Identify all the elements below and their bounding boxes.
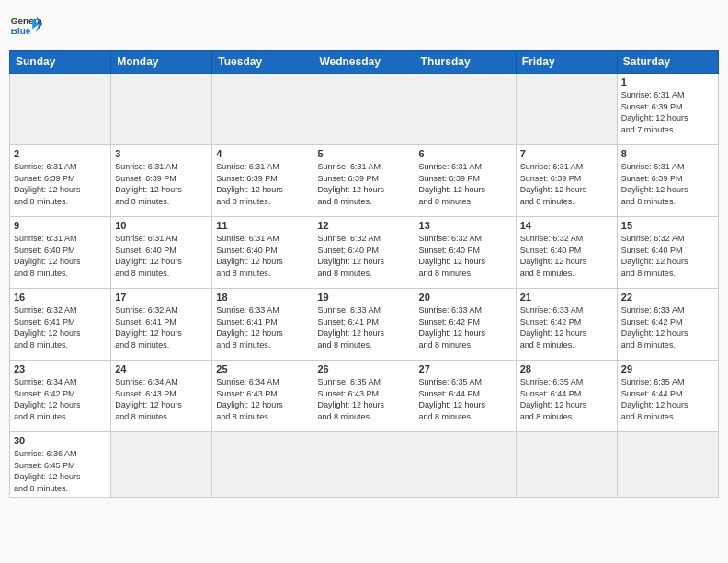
calendar-cell — [111, 74, 212, 145]
calendar-cell — [10, 74, 111, 145]
day-info: Sunrise: 6:33 AMSunset: 6:42 PMDaylight:… — [419, 304, 512, 350]
calendar-cell: 22Sunrise: 6:33 AMSunset: 6:42 PMDayligh… — [617, 289, 718, 361]
day-number: 26 — [317, 363, 410, 374]
calendar-cell: 1Sunrise: 6:31 AMSunset: 6:39 PMDaylight… — [617, 74, 718, 145]
day-number: 18 — [216, 292, 309, 303]
day-info: Sunrise: 6:32 AMSunset: 6:40 PMDaylight:… — [621, 233, 714, 279]
day-number: 16 — [14, 292, 107, 303]
day-info: Sunrise: 6:31 AMSunset: 6:40 PMDaylight:… — [14, 233, 107, 279]
calendar-cell — [617, 432, 718, 498]
weekday-header-wednesday: Wednesday — [313, 51, 415, 74]
weekday-header-monday: Monday — [111, 51, 212, 74]
day-info: Sunrise: 6:34 AMSunset: 6:43 PMDaylight:… — [216, 376, 309, 422]
day-info: Sunrise: 6:31 AMSunset: 6:40 PMDaylight:… — [216, 233, 309, 279]
day-number: 8 — [621, 148, 714, 159]
calendar-cell: 18Sunrise: 6:33 AMSunset: 6:41 PMDayligh… — [212, 289, 313, 361]
calendar-page: General Blue SundayMondayTuesdayWednesda… — [0, 0, 728, 563]
calendar-cell: 14Sunrise: 6:32 AMSunset: 6:40 PMDayligh… — [516, 217, 617, 289]
logo-icon: General Blue — [9, 9, 42, 42]
logo: General Blue — [9, 9, 42, 42]
day-info: Sunrise: 6:31 AMSunset: 6:39 PMDaylight:… — [317, 161, 410, 207]
day-number: 14 — [520, 220, 613, 231]
day-info: Sunrise: 6:33 AMSunset: 6:41 PMDaylight:… — [216, 304, 309, 350]
day-info: Sunrise: 6:35 AMSunset: 6:44 PMDaylight:… — [520, 376, 613, 422]
day-info: Sunrise: 6:32 AMSunset: 6:40 PMDaylight:… — [520, 233, 613, 279]
calendar-cell: 7Sunrise: 6:31 AMSunset: 6:39 PMDaylight… — [516, 145, 617, 217]
calendar-cell: 5Sunrise: 6:31 AMSunset: 6:39 PMDaylight… — [313, 145, 415, 217]
calendar-cell: 21Sunrise: 6:33 AMSunset: 6:42 PMDayligh… — [516, 289, 617, 361]
day-number: 1 — [621, 76, 714, 87]
calendar-cell: 28Sunrise: 6:35 AMSunset: 6:44 PMDayligh… — [516, 361, 617, 432]
header: General Blue — [9, 9, 719, 42]
week-row-1: 1Sunrise: 6:31 AMSunset: 6:39 PMDaylight… — [10, 74, 719, 145]
calendar-cell: 13Sunrise: 6:32 AMSunset: 6:40 PMDayligh… — [415, 217, 516, 289]
day-number: 9 — [14, 220, 107, 231]
weekday-header-friday: Friday — [516, 51, 617, 74]
calendar-cell: 2Sunrise: 6:31 AMSunset: 6:39 PMDaylight… — [10, 145, 111, 217]
day-info: Sunrise: 6:35 AMSunset: 6:44 PMDaylight:… — [621, 376, 714, 422]
calendar-cell: 24Sunrise: 6:34 AMSunset: 6:43 PMDayligh… — [111, 361, 212, 432]
calendar-cell — [212, 74, 313, 145]
calendar-cell — [415, 432, 516, 498]
calendar-cell: 6Sunrise: 6:31 AMSunset: 6:39 PMDaylight… — [415, 145, 516, 217]
calendar-cell: 9Sunrise: 6:31 AMSunset: 6:40 PMDaylight… — [10, 217, 111, 289]
calendar-cell — [313, 432, 415, 498]
calendar-cell: 20Sunrise: 6:33 AMSunset: 6:42 PMDayligh… — [415, 289, 516, 361]
calendar-cell: 30Sunrise: 6:36 AMSunset: 6:45 PMDayligh… — [10, 432, 111, 498]
day-info: Sunrise: 6:31 AMSunset: 6:39 PMDaylight:… — [520, 161, 613, 207]
calendar-cell — [212, 432, 313, 498]
day-number: 13 — [419, 220, 512, 231]
day-number: 23 — [14, 363, 107, 374]
calendar-cell: 8Sunrise: 6:31 AMSunset: 6:39 PMDaylight… — [617, 145, 718, 217]
week-row-6: 30Sunrise: 6:36 AMSunset: 6:45 PMDayligh… — [10, 432, 719, 498]
day-number: 25 — [216, 363, 309, 374]
day-number: 3 — [115, 148, 208, 159]
calendar-cell — [313, 74, 415, 145]
day-info: Sunrise: 6:31 AMSunset: 6:39 PMDaylight:… — [115, 161, 208, 207]
day-info: Sunrise: 6:34 AMSunset: 6:43 PMDaylight:… — [115, 376, 208, 422]
day-info: Sunrise: 6:34 AMSunset: 6:42 PMDaylight:… — [14, 376, 107, 422]
day-info: Sunrise: 6:33 AMSunset: 6:41 PMDaylight:… — [317, 304, 410, 350]
day-info: Sunrise: 6:32 AMSunset: 6:41 PMDaylight:… — [14, 304, 107, 350]
day-info: Sunrise: 6:31 AMSunset: 6:39 PMDaylight:… — [14, 161, 107, 207]
day-info: Sunrise: 6:35 AMSunset: 6:44 PMDaylight:… — [419, 376, 512, 422]
calendar-cell: 10Sunrise: 6:31 AMSunset: 6:40 PMDayligh… — [111, 217, 212, 289]
day-number: 2 — [14, 148, 107, 159]
day-number: 12 — [317, 220, 410, 231]
day-number: 11 — [216, 220, 309, 231]
weekday-header-sunday: Sunday — [10, 51, 111, 74]
day-info: Sunrise: 6:35 AMSunset: 6:43 PMDaylight:… — [317, 376, 410, 422]
day-number: 15 — [621, 220, 714, 231]
day-number: 24 — [115, 363, 208, 374]
day-number: 21 — [520, 292, 613, 303]
day-info: Sunrise: 6:32 AMSunset: 6:40 PMDaylight:… — [419, 233, 512, 279]
week-row-5: 23Sunrise: 6:34 AMSunset: 6:42 PMDayligh… — [10, 361, 719, 432]
calendar-cell: 26Sunrise: 6:35 AMSunset: 6:43 PMDayligh… — [313, 361, 415, 432]
calendar-cell: 11Sunrise: 6:31 AMSunset: 6:40 PMDayligh… — [212, 217, 313, 289]
calendar-cell: 12Sunrise: 6:32 AMSunset: 6:40 PMDayligh… — [313, 217, 415, 289]
calendar-cell: 25Sunrise: 6:34 AMSunset: 6:43 PMDayligh… — [212, 361, 313, 432]
day-number: 10 — [115, 220, 208, 231]
calendar-cell — [516, 74, 617, 145]
calendar-cell: 16Sunrise: 6:32 AMSunset: 6:41 PMDayligh… — [10, 289, 111, 361]
day-number: 20 — [419, 292, 512, 303]
weekday-header-row: SundayMondayTuesdayWednesdayThursdayFrid… — [10, 51, 719, 74]
day-info: Sunrise: 6:36 AMSunset: 6:45 PMDaylight:… — [14, 448, 107, 494]
week-row-2: 2Sunrise: 6:31 AMSunset: 6:39 PMDaylight… — [10, 145, 719, 217]
day-number: 19 — [317, 292, 410, 303]
day-info: Sunrise: 6:31 AMSunset: 6:40 PMDaylight:… — [115, 233, 208, 279]
calendar-cell — [516, 432, 617, 498]
calendar-cell: 27Sunrise: 6:35 AMSunset: 6:44 PMDayligh… — [415, 361, 516, 432]
day-number: 4 — [216, 148, 309, 159]
weekday-header-saturday: Saturday — [617, 51, 718, 74]
day-number: 5 — [317, 148, 410, 159]
calendar-cell — [111, 432, 212, 498]
day-number: 17 — [115, 292, 208, 303]
day-info: Sunrise: 6:31 AMSunset: 6:39 PMDaylight:… — [621, 161, 714, 207]
week-row-3: 9Sunrise: 6:31 AMSunset: 6:40 PMDaylight… — [10, 217, 719, 289]
day-number: 27 — [419, 363, 512, 374]
day-info: Sunrise: 6:33 AMSunset: 6:42 PMDaylight:… — [520, 304, 613, 350]
calendar-table: SundayMondayTuesdayWednesdayThursdayFrid… — [9, 50, 719, 498]
day-info: Sunrise: 6:33 AMSunset: 6:42 PMDaylight:… — [621, 304, 714, 350]
day-number: 22 — [621, 292, 714, 303]
